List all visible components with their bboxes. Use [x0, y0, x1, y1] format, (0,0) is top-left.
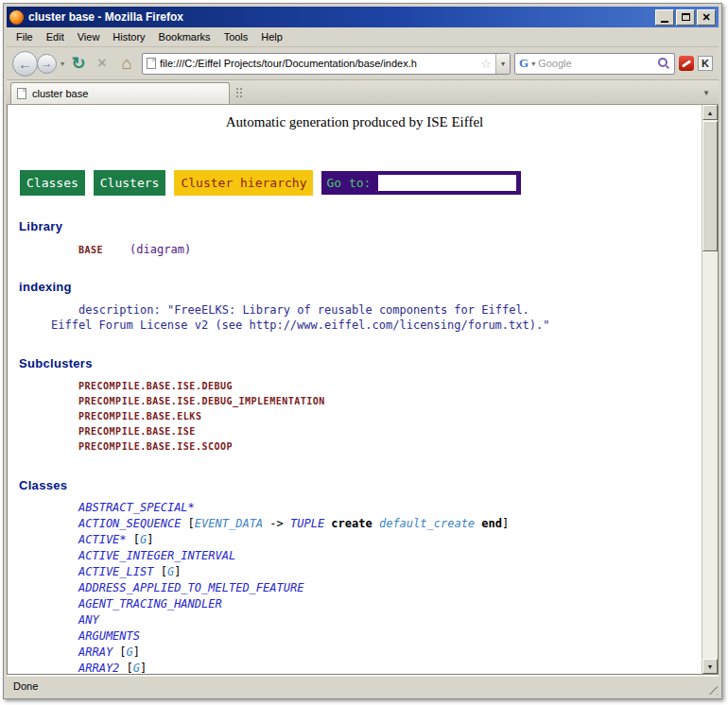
menu-view[interactable]: View [71, 28, 107, 45]
class-text: ] [174, 565, 181, 578]
search-input[interactable] [538, 58, 654, 69]
classes-list: ABSTRACT_SPECIAL*ACTION_SEQUENCE [EVENT_… [8, 500, 702, 674]
class-entry: ARGUMENTS [78, 628, 702, 645]
reload-button[interactable]: ↻ [68, 53, 89, 74]
class-link[interactable]: ACTION_SEQUENCE [78, 517, 181, 530]
cluster-hierarchy-button[interactable]: Cluster hierarchy [174, 170, 313, 196]
class-link[interactable]: default_create [379, 517, 475, 530]
location-bar: ☆ ▾ [142, 53, 511, 75]
navigation-toolbar: ← → ▾ ↻ × ⌂ ☆ ▾ G ▾ K [7, 47, 719, 80]
maximize-icon [682, 13, 690, 21]
bookmark-star-icon[interactable]: ☆ [480, 57, 492, 71]
subcluster-link[interactable]: PRECOMPILE.BASE.ISE.DEBUG [78, 379, 702, 394]
class-link[interactable]: ABSTRACT_SPECIAL* [78, 501, 195, 514]
class-link[interactable]: G [133, 662, 140, 674]
extension-red-icon[interactable] [679, 56, 694, 71]
class-link[interactable]: ANY [78, 613, 99, 627]
class-link[interactable]: EVENT_DATA [195, 517, 263, 530]
class-link[interactable]: G [127, 645, 133, 659]
class-text: create [331, 517, 372, 530]
class-entry: ACTIVE_INTEGER_INTERVAL [78, 548, 702, 564]
menu-tools[interactable]: Tools [217, 28, 255, 45]
diagram-link[interactable]: (diagram) [130, 243, 191, 256]
class-text: end [481, 517, 502, 530]
close-button[interactable]: ✕ [697, 9, 716, 26]
vertical-scrollbar[interactable]: ▲ ▼ [702, 105, 718, 674]
list-all-tabs-button[interactable]: ▾ [698, 83, 715, 102]
class-link[interactable]: ACTIVE_LIST [78, 565, 153, 578]
class-link[interactable]: ARRAY2 [78, 662, 119, 674]
class-link[interactable]: ARRAY [78, 645, 113, 659]
tab-bar: cluster base ▾ [7, 80, 719, 105]
menu-file[interactable]: File [9, 28, 40, 45]
menu-bookmarks[interactable]: Bookmarks [152, 28, 217, 45]
status-bar: Done [7, 675, 719, 696]
library-name-link[interactable]: BASE [78, 245, 103, 255]
subcluster-link[interactable]: PRECOMPILE.BASE.ELKS [78, 409, 702, 424]
status-text: Done [13, 680, 38, 692]
menu-edit[interactable]: Edit [40, 28, 71, 45]
class-link[interactable]: ADDRESS_APPLIED_TO_MELTED_FEATURE [78, 581, 303, 594]
document-page: Automatic generation produced by ISE Eif… [8, 105, 702, 674]
stop-icon: × [97, 55, 106, 71]
class-text: ] [502, 517, 509, 530]
goto-input[interactable] [378, 175, 516, 191]
search-magnifier-icon[interactable] [657, 57, 670, 70]
clusters-button[interactable]: Clusters [94, 170, 166, 196]
class-text: [ [119, 662, 132, 674]
subcluster-link[interactable]: PRECOMPILE.BASE.ISE.SCOOP [78, 439, 702, 455]
class-link[interactable]: AGENT_TRACING_HANDLER [78, 597, 222, 610]
minimize-icon [661, 21, 668, 23]
tabstrip-grippy-icon [235, 87, 244, 98]
scrollbar-thumb[interactable] [702, 121, 718, 251]
home-icon: ⌂ [122, 54, 132, 73]
class-entry: AGENT_TRACING_HANDLER [78, 596, 702, 612]
goto-box: Go to: [321, 171, 521, 195]
subclusters-heading: Subclusters [19, 356, 702, 370]
maximize-button[interactable] [676, 9, 695, 26]
minimize-button[interactable] [655, 9, 674, 26]
tab-favicon [17, 88, 26, 99]
indexing-heading: indexing [19, 280, 702, 294]
class-entry: ADDRESS_APPLIED_TO_MELTED_FEATURE [78, 580, 702, 596]
class-link[interactable]: TUPLE [290, 517, 324, 530]
tab-label: cluster base [32, 88, 88, 99]
home-button[interactable]: ⌂ [115, 54, 138, 74]
classes-button[interactable]: Classes [20, 170, 85, 196]
indexing-description-line2: Eiffel Forum License v2 (see http://www.… [51, 318, 702, 333]
google-logo-icon[interactable]: G [519, 56, 529, 71]
forward-button[interactable]: → [37, 54, 57, 74]
class-entry: ARRAY2 [G] [78, 661, 702, 674]
back-icon: ← [18, 56, 32, 72]
scroll-down-button[interactable]: ▼ [702, 659, 718, 674]
location-dropdown-button[interactable]: ▾ [495, 54, 510, 74]
menu-help[interactable]: Help [254, 28, 289, 45]
extension-k-icon[interactable]: K [698, 56, 713, 71]
browser-content: Automatic generation produced by ISE Eif… [7, 105, 719, 675]
firefox-icon [9, 10, 24, 25]
stop-button[interactable]: × [93, 55, 112, 72]
resize-grip[interactable] [705, 682, 718, 695]
classes-heading: Classes [19, 478, 702, 492]
class-text: ] [147, 533, 153, 546]
page-nav-buttons: Classes Clusters Cluster hierarchy Go to… [20, 170, 702, 196]
page-favicon [147, 58, 156, 69]
class-link[interactable]: ACTIVE_INTEGER_INTERVAL [78, 549, 235, 562]
library-entry: BASE (diagram) [78, 243, 702, 256]
class-link[interactable]: ARGUMENTS [78, 629, 140, 643]
url-input[interactable] [160, 58, 477, 69]
tab-cluster-base[interactable]: cluster base [10, 82, 230, 104]
firefox-window: cluster base - Mozilla Firefox ✕ FileEdi… [3, 3, 722, 699]
subcluster-link[interactable]: PRECOMPILE.BASE.ISE [78, 424, 702, 439]
menu-history[interactable]: History [106, 28, 151, 45]
search-engine-dropdown[interactable]: ▾ [531, 60, 535, 68]
title-bar[interactable]: cluster base - Mozilla Firefox ✕ [7, 7, 719, 27]
history-dropdown-button[interactable]: ▾ [61, 60, 64, 68]
class-text [373, 517, 379, 530]
subcluster-link[interactable]: PRECOMPILE.BASE.ISE.DEBUG_IMPLEMENTATION [78, 394, 702, 409]
back-button[interactable]: ← [12, 51, 38, 77]
close-icon: ✕ [702, 12, 710, 23]
window-controls: ✕ [655, 9, 716, 26]
class-link[interactable]: ACTIVE* [78, 533, 127, 546]
scroll-up-button[interactable]: ▲ [702, 105, 718, 120]
